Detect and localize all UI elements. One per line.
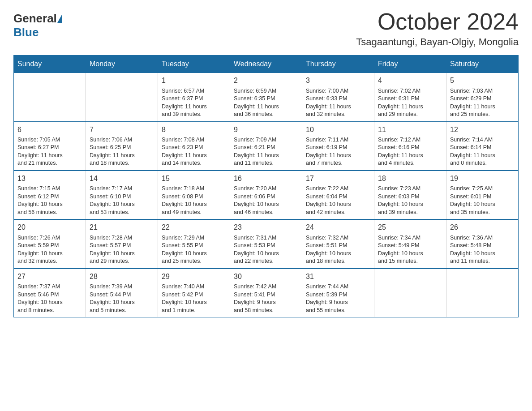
- col-saturday: Saturday: [446, 56, 519, 73]
- table-row: 9Sunrise: 7:09 AM Sunset: 6:21 PM Daylig…: [230, 122, 302, 171]
- table-row: 12Sunrise: 7:14 AM Sunset: 6:14 PM Dayli…: [446, 122, 519, 171]
- month-title: October 2024: [356, 9, 519, 34]
- day-info: Sunrise: 7:40 AM Sunset: 5:42 PM Dayligh…: [162, 283, 226, 314]
- day-number: 14: [90, 174, 154, 184]
- calendar-header-row: Sunday Monday Tuesday Wednesday Thursday…: [14, 56, 519, 73]
- day-info: Sunrise: 7:09 AM Sunset: 6:21 PM Dayligh…: [234, 136, 298, 167]
- day-number: 19: [450, 174, 515, 184]
- day-info: Sunrise: 7:39 AM Sunset: 5:44 PM Dayligh…: [90, 283, 154, 314]
- day-number: 29: [162, 272, 226, 282]
- day-number: 1: [162, 76, 226, 86]
- table-row: 13Sunrise: 7:15 AM Sunset: 6:12 PM Dayli…: [14, 171, 86, 219]
- day-info: Sunrise: 7:14 AM Sunset: 6:14 PM Dayligh…: [450, 136, 515, 167]
- logo: General Blue: [13, 12, 62, 39]
- day-number: 17: [306, 174, 370, 184]
- table-row: 2Sunrise: 6:59 AM Sunset: 6:35 PM Daylig…: [230, 73, 302, 122]
- calendar-week-5: 27Sunrise: 7:37 AM Sunset: 5:46 PM Dayli…: [14, 269, 519, 317]
- day-number: 27: [17, 272, 82, 282]
- day-info: Sunrise: 7:12 AM Sunset: 6:16 PM Dayligh…: [378, 136, 442, 167]
- day-info: Sunrise: 7:18 AM Sunset: 6:08 PM Dayligh…: [162, 185, 226, 216]
- day-number: 24: [306, 223, 370, 232]
- day-info: Sunrise: 7:05 AM Sunset: 6:27 PM Dayligh…: [17, 136, 82, 167]
- day-number: 7: [90, 125, 154, 135]
- day-number: 12: [450, 125, 515, 135]
- table-row: 16Sunrise: 7:20 AM Sunset: 6:06 PM Dayli…: [230, 171, 302, 219]
- logo-triangle-icon: [57, 15, 62, 23]
- day-number: 15: [162, 174, 226, 184]
- logo-blue: Blue: [13, 26, 39, 39]
- table-row: 28Sunrise: 7:39 AM Sunset: 5:44 PM Dayli…: [86, 269, 158, 317]
- table-row: 18Sunrise: 7:23 AM Sunset: 6:03 PM Dayli…: [374, 171, 446, 219]
- day-info: Sunrise: 6:59 AM Sunset: 6:35 PM Dayligh…: [234, 87, 298, 119]
- day-info: Sunrise: 7:08 AM Sunset: 6:23 PM Dayligh…: [162, 136, 226, 167]
- day-number: 13: [17, 174, 82, 184]
- day-number: 3: [306, 76, 370, 86]
- col-monday: Monday: [86, 56, 158, 73]
- table-row: 26Sunrise: 7:36 AM Sunset: 5:48 PM Dayli…: [446, 219, 519, 268]
- day-info: Sunrise: 7:11 AM Sunset: 6:19 PM Dayligh…: [306, 136, 370, 167]
- day-number: 16: [234, 174, 298, 184]
- day-info: Sunrise: 7:44 AM Sunset: 5:39 PM Dayligh…: [306, 283, 370, 314]
- day-info: Sunrise: 7:28 AM Sunset: 5:57 PM Dayligh…: [90, 234, 154, 265]
- table-row: 30Sunrise: 7:42 AM Sunset: 5:41 PM Dayli…: [230, 269, 302, 317]
- table-row: [374, 269, 446, 317]
- table-row: 22Sunrise: 7:29 AM Sunset: 5:55 PM Dayli…: [158, 219, 230, 268]
- calendar-table: Sunday Monday Tuesday Wednesday Thursday…: [13, 55, 519, 317]
- day-info: Sunrise: 7:36 AM Sunset: 5:48 PM Dayligh…: [450, 234, 515, 265]
- day-info: Sunrise: 7:25 AM Sunset: 6:01 PM Dayligh…: [450, 185, 515, 216]
- day-info: Sunrise: 7:06 AM Sunset: 6:25 PM Dayligh…: [90, 136, 154, 167]
- day-number: 22: [162, 223, 226, 232]
- title-area: October 2024 Tsagaantungi, Bayan-Olgiy, …: [356, 9, 519, 48]
- day-info: Sunrise: 7:37 AM Sunset: 5:46 PM Dayligh…: [17, 283, 82, 314]
- table-row: 21Sunrise: 7:28 AM Sunset: 5:57 PM Dayli…: [86, 219, 158, 268]
- calendar-week-2: 6Sunrise: 7:05 AM Sunset: 6:27 PM Daylig…: [14, 122, 519, 171]
- day-info: Sunrise: 7:42 AM Sunset: 5:41 PM Dayligh…: [234, 283, 298, 314]
- day-number: 9: [234, 125, 298, 135]
- day-number: 31: [306, 272, 370, 282]
- table-row: [14, 73, 86, 122]
- table-row: 25Sunrise: 7:34 AM Sunset: 5:49 PM Dayli…: [374, 219, 446, 268]
- location-title: Tsagaantungi, Bayan-Olgiy, Mongolia: [356, 36, 519, 48]
- col-friday: Friday: [374, 56, 446, 73]
- col-thursday: Thursday: [302, 56, 374, 73]
- calendar-week-4: 20Sunrise: 7:26 AM Sunset: 5:59 PM Dayli…: [14, 219, 519, 268]
- table-row: 23Sunrise: 7:31 AM Sunset: 5:53 PM Dayli…: [230, 219, 302, 268]
- col-sunday: Sunday: [14, 56, 86, 73]
- table-row: 27Sunrise: 7:37 AM Sunset: 5:46 PM Dayli…: [14, 269, 86, 317]
- day-info: Sunrise: 7:23 AM Sunset: 6:03 PM Dayligh…: [378, 185, 442, 216]
- day-number: 26: [450, 223, 515, 232]
- day-info: Sunrise: 7:17 AM Sunset: 6:10 PM Dayligh…: [90, 185, 154, 216]
- day-info: Sunrise: 7:29 AM Sunset: 5:55 PM Dayligh…: [162, 234, 226, 265]
- table-row: 29Sunrise: 7:40 AM Sunset: 5:42 PM Dayli…: [158, 269, 230, 317]
- day-info: Sunrise: 6:57 AM Sunset: 6:37 PM Dayligh…: [162, 87, 226, 119]
- table-row: 11Sunrise: 7:12 AM Sunset: 6:16 PM Dayli…: [374, 122, 446, 171]
- day-info: Sunrise: 7:20 AM Sunset: 6:06 PM Dayligh…: [234, 185, 298, 216]
- day-info: Sunrise: 7:34 AM Sunset: 5:49 PM Dayligh…: [378, 234, 442, 265]
- day-number: 6: [17, 125, 82, 135]
- day-number: 30: [234, 272, 298, 282]
- table-row: 31Sunrise: 7:44 AM Sunset: 5:39 PM Dayli…: [302, 269, 374, 317]
- day-number: 2: [234, 76, 298, 86]
- table-row: 8Sunrise: 7:08 AM Sunset: 6:23 PM Daylig…: [158, 122, 230, 171]
- day-info: Sunrise: 7:00 AM Sunset: 6:33 PM Dayligh…: [306, 87, 370, 119]
- day-number: 21: [90, 223, 154, 232]
- day-info: Sunrise: 7:32 AM Sunset: 5:51 PM Dayligh…: [306, 234, 370, 265]
- day-number: 18: [378, 174, 442, 184]
- day-info: Sunrise: 7:03 AM Sunset: 6:29 PM Dayligh…: [450, 87, 515, 119]
- day-number: 25: [378, 223, 442, 232]
- day-info: Sunrise: 7:22 AM Sunset: 6:04 PM Dayligh…: [306, 185, 370, 216]
- table-row: 15Sunrise: 7:18 AM Sunset: 6:08 PM Dayli…: [158, 171, 230, 219]
- calendar-week-1: 1Sunrise: 6:57 AM Sunset: 6:37 PM Daylig…: [14, 73, 519, 122]
- table-row: 1Sunrise: 6:57 AM Sunset: 6:37 PM Daylig…: [158, 73, 230, 122]
- table-row: 5Sunrise: 7:03 AM Sunset: 6:29 PM Daylig…: [446, 73, 519, 122]
- day-number: 11: [378, 125, 442, 135]
- col-wednesday: Wednesday: [230, 56, 302, 73]
- page-header: General Blue October 2024 Tsagaantungi, …: [13, 9, 519, 48]
- col-tuesday: Tuesday: [158, 56, 230, 73]
- table-row: 7Sunrise: 7:06 AM Sunset: 6:25 PM Daylig…: [86, 122, 158, 171]
- table-row: [86, 73, 158, 122]
- table-row: 20Sunrise: 7:26 AM Sunset: 5:59 PM Dayli…: [14, 219, 86, 268]
- table-row: 4Sunrise: 7:02 AM Sunset: 6:31 PM Daylig…: [374, 73, 446, 122]
- logo-general: General: [13, 12, 57, 26]
- day-number: 23: [234, 223, 298, 232]
